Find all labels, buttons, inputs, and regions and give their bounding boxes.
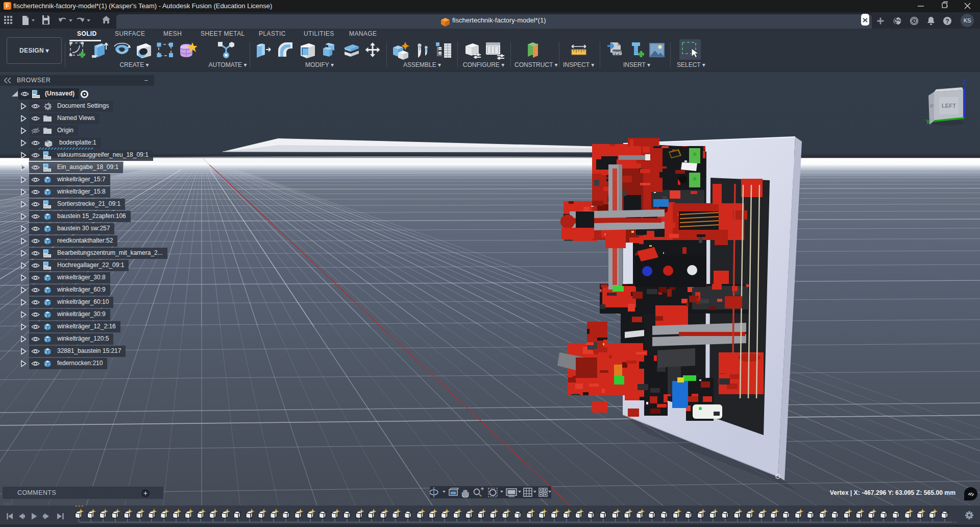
svg-text:LEFT: LEFT bbox=[942, 103, 956, 109]
svg-text:?: ? bbox=[945, 18, 949, 25]
svg-text:SVG: SVG bbox=[612, 51, 622, 56]
svg-text:Y: Y bbox=[926, 118, 930, 126]
svg-text:Z: Z bbox=[963, 78, 967, 86]
